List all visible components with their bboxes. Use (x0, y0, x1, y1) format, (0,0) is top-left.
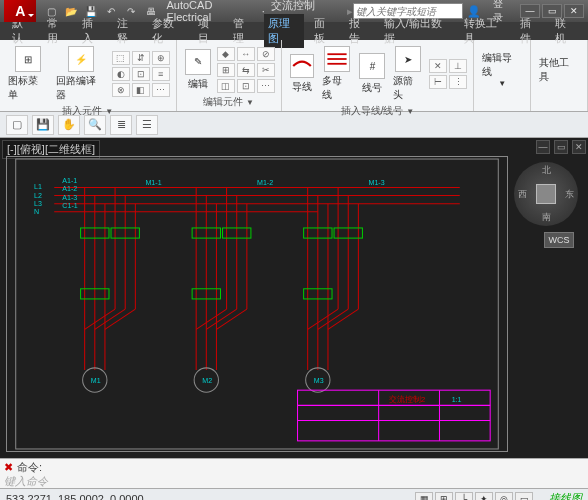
source-arrow-button[interactable]: ➤ 源箭头 (391, 44, 425, 104)
status-bar: 533.2271, 185.0002, 0.0000 ▦ ⊞ └ ✦ ◎ ▭ 接… (0, 488, 588, 500)
edit-tool-2[interactable]: ↔ (237, 47, 255, 61)
command-label: 命令: (17, 460, 42, 475)
tb-save[interactable]: 💾 (32, 115, 54, 135)
small-tool-8[interactable]: ◧ (132, 83, 150, 97)
svg-text:交流控制2: 交流控制2 (389, 395, 426, 404)
svg-text:L1: L1 (34, 183, 42, 191)
schematic-drawing: L1 L2 L3 N A1-1 A1-2 A1-3 C1-1 (6, 156, 508, 452)
sb-polar[interactable]: ✦ (475, 492, 493, 501)
edit-tool-6[interactable]: ✂ (257, 63, 275, 77)
coordinates: 533.2271, 185.0002, 0.0000 (6, 493, 144, 501)
tb-layer[interactable]: ≣ (110, 115, 132, 135)
small-tool-4[interactable]: ◐ (112, 67, 130, 81)
small-tool-2[interactable]: ⇵ (132, 51, 150, 65)
svg-text:C1-1: C1-1 (62, 202, 77, 210)
small-tool-6[interactable]: ≡ (152, 67, 170, 81)
wirenum-button[interactable]: # 线号 (357, 51, 387, 97)
wire-icon (290, 54, 314, 78)
viewcube-face[interactable] (536, 184, 556, 204)
wire-tool-1[interactable]: ✕ (429, 59, 447, 73)
edit-tool-7[interactable]: ◫ (217, 79, 235, 93)
ribbon: ⊞ 图标菜单 ⚡ 回路编译器 ⬚ ⇵ ⊕ ◐ ⊡ ≡ ⊗ ◧ ⋯ 插入元件 ▼ (0, 40, 588, 112)
drawing-canvas[interactable]: [-][俯视][二维线框] — ▭ ✕ 北 南 西 东 WCS L1 L2 L3 (0, 138, 588, 458)
tb-zoom[interactable]: 🔍 (84, 115, 106, 135)
small-tool-3[interactable]: ⊕ (152, 51, 170, 65)
vp-maximize-icon[interactable]: ▭ (554, 140, 568, 154)
panel-insert-component: ⊞ 图标菜单 ⚡ 回路编译器 ⬚ ⇵ ⊕ ◐ ⊡ ≡ ⊗ ◧ ⋯ 插入元件 ▼ (0, 40, 177, 111)
panel-other-tools: 其他工具 (531, 40, 588, 111)
sb-osnap[interactable]: ◎ (495, 492, 513, 501)
cross-icon: ✖ (4, 461, 13, 474)
command-line[interactable]: ✖命令: 键入命令 (0, 458, 588, 488)
arrow-icon: ➤ (395, 46, 421, 72)
svg-text:M1-1: M1-1 (145, 179, 161, 187)
command-hint: 键入命令 (4, 474, 48, 489)
edit-tool-3[interactable]: ⊘ (257, 47, 275, 61)
edit-wire-button[interactable]: 编辑导线 ▼ (480, 49, 524, 90)
wire-tool-4[interactable]: ⋮ (449, 75, 467, 89)
vp-close-icon[interactable]: ✕ (572, 140, 586, 154)
small-tool-9[interactable]: ⋯ (152, 83, 170, 97)
tb-props[interactable]: ☰ (136, 115, 158, 135)
wire-tool-2[interactable]: ⊥ (449, 59, 467, 73)
panel-edit-component: ✎ 编辑 ◆ ↔ ⊘ ⊞ ⇆ ✂ ◫ ⊡ ⋯ 编辑元件 ▼ (177, 40, 282, 111)
ribbon-tabs: 默认 常用 插入 注释 参数化 项目 管理 原理图 面板 报告 输入/输出数据 … (0, 22, 588, 40)
svg-text:M1-2: M1-2 (257, 179, 273, 187)
svg-text:M2: M2 (202, 377, 212, 385)
sb-snap[interactable]: ⊞ (435, 492, 453, 501)
tb-new[interactable]: ▢ (6, 115, 28, 135)
small-tool-7[interactable]: ⊗ (112, 83, 130, 97)
edit-tool-4[interactable]: ⊞ (217, 63, 235, 77)
app-menu-button[interactable]: A (4, 0, 36, 22)
svg-text:M1-3: M1-3 (369, 179, 385, 187)
svg-text:L3: L3 (34, 200, 42, 208)
multibus-button[interactable]: 多母线 (320, 44, 354, 104)
edit-icon: ✎ (185, 49, 211, 75)
edit-component-button[interactable]: ✎ 编辑 (183, 47, 213, 93)
edit-tool-9[interactable]: ⋯ (257, 79, 275, 93)
svg-text:A1-3: A1-3 (62, 194, 77, 202)
small-tool-1[interactable]: ⬚ (112, 51, 130, 65)
component-icon: ⊞ (15, 46, 41, 72)
wire-tool-3[interactable]: ⊢ (429, 75, 447, 89)
wire-button[interactable]: 导线 (288, 52, 316, 96)
icon-menu-button[interactable]: ⊞ 图标菜单 (6, 44, 50, 104)
circuit-icon: ⚡ (68, 46, 94, 72)
sb-grid[interactable]: ▦ (415, 492, 433, 501)
svg-text:1:1: 1:1 (452, 396, 462, 404)
viewcube[interactable]: 北 南 西 东 (514, 162, 578, 226)
other-tools-button[interactable]: 其他工具 (537, 54, 581, 86)
svg-text:M3: M3 (314, 377, 324, 385)
svg-text:L2: L2 (34, 192, 42, 200)
svg-text:N: N (34, 208, 39, 216)
svg-text:A1-2: A1-2 (62, 185, 77, 193)
edit-tool-1[interactable]: ◆ (217, 47, 235, 61)
edit-tool-5[interactable]: ⇆ (237, 63, 255, 77)
edit-tool-8[interactable]: ⊡ (237, 79, 255, 93)
panel-insert-wire: 导线 多母线 # 线号 ➤ 源箭头 ✕ ⊥ ⊢ ⋮ 插入导线/线号 ▼ (282, 40, 475, 111)
multibus-icon (324, 46, 350, 72)
sb-ortho[interactable]: └ (455, 492, 473, 501)
small-tool-5[interactable]: ⊡ (132, 67, 150, 81)
tb-pan[interactable]: ✋ (58, 115, 80, 135)
svg-text:A1-1: A1-1 (62, 177, 77, 185)
wirenum-icon: # (359, 53, 385, 79)
vp-minimize-icon[interactable]: — (536, 140, 550, 154)
svg-text:M1: M1 (91, 377, 101, 385)
wcs-indicator[interactable]: WCS (544, 232, 574, 248)
circuit-builder-button[interactable]: ⚡ 回路编译器 (54, 44, 108, 104)
watermark: 接线图 (549, 491, 582, 500)
panel-edit-wire: 编辑导线 ▼ (474, 40, 531, 111)
sb-model[interactable]: ▭ (515, 492, 533, 501)
